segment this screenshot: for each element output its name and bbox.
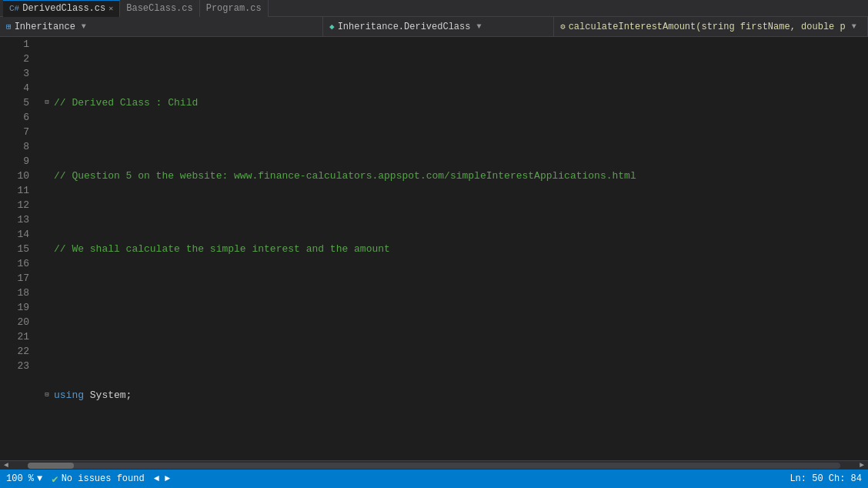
status-right: Ln: 50 Ch: 84 — [790, 473, 862, 484]
line-1: ⊟ // Derived Class : Child — [38, 95, 868, 110]
ok-icon: ✔ — [52, 473, 58, 486]
zoom-arrow-icon: ▼ — [37, 473, 42, 484]
tab-baseclass[interactable]: BaseClass.cs — [120, 0, 199, 17]
line-2: // Question 5 on the website: www.financ… — [38, 169, 868, 183]
nav-dropdown-left[interactable]: ⊞ Inheritance ▼ — [0, 17, 323, 37]
status-ok: ✔ No issues found — [52, 473, 144, 486]
far-right-dropdown-arrow: ▼ — [852, 22, 856, 31]
left-dropdown-arrow: ▼ — [82, 22, 86, 31]
line-3: // We shall calculate the simple interes… — [38, 242, 868, 256]
line-5: ⊟ using System; — [38, 388, 868, 403]
class-nav-icon: ◆ — [329, 22, 335, 32]
line-numbers: 1 2 3 4 5 6 7 8 9 10 11 12 13 14 15 16 1… — [0, 37, 38, 460]
collapse-5[interactable]: ⊟ — [42, 390, 52, 401]
scroll-right[interactable]: ► — [856, 461, 868, 470]
collapse-1[interactable]: ⊟ — [42, 98, 52, 109]
nav-bar: ⊞ Inheritance ▼ ◆ Inheritance.DerivedCla… — [0, 17, 868, 37]
scrollbar-area: ◄ ► — [0, 460, 868, 470]
title-bar: C# DerivedClass.cs ✕ BaseClass.cs Progra… — [0, 0, 868, 17]
tab-close-derivedclass[interactable]: ✕ — [108, 4, 113, 13]
scrollbar-thumb[interactable] — [28, 463, 74, 469]
status-left: 100 % ▼ ✔ No issues found ◄ ► — [6, 473, 170, 486]
editor: 1 2 3 4 5 6 7 8 9 10 11 12 13 14 15 16 1… — [0, 37, 868, 470]
nav-dropdown-middle[interactable]: ◆ Inheritance.DerivedClass ▼ — [323, 17, 554, 37]
tab-program[interactable]: Program.cs — [200, 0, 269, 17]
code-content[interactable]: ⊟ // Derived Class : Child // Question 5… — [38, 37, 868, 460]
cs-icon: C# — [9, 4, 19, 13]
tab-derivedclass[interactable]: C# DerivedClass.cs ✕ — [3, 0, 120, 17]
code-lines: ⊟ // Derived Class : Child // Question 5… — [38, 37, 868, 460]
status-bar: 100 % ▼ ✔ No issues found ◄ ► Ln: 50 Ch:… — [0, 470, 868, 488]
status-nav-arrows[interactable]: ◄ ► — [154, 473, 171, 484]
scrollbar-track[interactable] — [28, 463, 840, 469]
cursor-position: Ln: 50 Ch: 84 — [790, 473, 862, 484]
line-4 — [38, 315, 868, 329]
code-area: 1 2 3 4 5 6 7 8 9 10 11 12 13 14 15 16 1… — [0, 37, 868, 460]
scroll-left[interactable]: ◄ — [0, 461, 12, 470]
nav-dropdown-right[interactable]: ⚙ calculateInterestAmount(string firstNa… — [554, 17, 868, 37]
inheritance-icon: ⊞ — [6, 22, 12, 32]
zoom-control[interactable]: 100 % ▼ — [6, 473, 42, 484]
right-dropdown-arrow: ▼ — [476, 22, 481, 31]
method-nav-icon: ⚙ — [560, 22, 566, 32]
